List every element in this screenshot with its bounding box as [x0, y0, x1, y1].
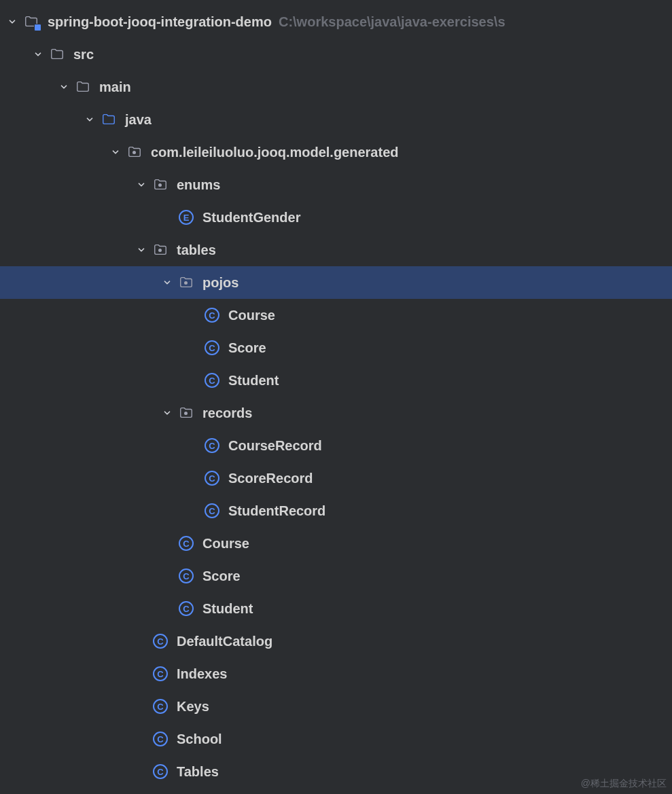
package-generated[interactable]: com.leileiluoluo.jooq.model.generated [0, 136, 672, 168]
folder-icon [49, 46, 65, 62]
class-defaultcatalog[interactable]: CDefaultCatalog [0, 625, 672, 657]
tree-item-label: enums [177, 177, 220, 193]
project-tree: spring-boot-jooq-integration-demoC:\work… [0, 0, 672, 788]
class-school[interactable]: CSchool [0, 723, 672, 755]
tree-item-label: CourseRecord [228, 438, 322, 454]
folder-src[interactable]: src [0, 38, 672, 71]
folder-main[interactable]: main [0, 71, 672, 103]
project-root[interactable]: spring-boot-jooq-integration-demoC:\work… [0, 5, 672, 38]
class-pojo-student[interactable]: CStudent [0, 364, 672, 397]
package-icon [152, 177, 169, 193]
class-icon: C [178, 535, 194, 552]
class-keys[interactable]: CKeys [0, 690, 672, 723]
package-pojos[interactable]: pojos [0, 266, 672, 299]
tree-item-label: java [125, 112, 152, 128]
tree-item-label: School [177, 732, 222, 747]
package-icon [178, 405, 194, 421]
chevron-down-icon[interactable] [160, 276, 174, 289]
module-icon [23, 14, 39, 30]
tree-item-label: Course [228, 308, 275, 323]
enum-icon: E [178, 209, 194, 225]
package-icon [152, 242, 169, 258]
tree-item-label: Indexes [177, 666, 227, 682]
chevron-down-icon[interactable] [5, 15, 19, 29]
class-courserecord[interactable]: CCourseRecord [0, 429, 672, 462]
class-indexes[interactable]: CIndexes [0, 657, 672, 690]
chevron-down-icon[interactable] [83, 113, 96, 126]
class-table-student[interactable]: CStudent [0, 592, 672, 625]
class-table-score[interactable]: CScore [0, 560, 672, 592]
class-studentrecord[interactable]: CStudentRecord [0, 494, 672, 527]
tree-item-label: StudentGender [202, 210, 300, 225]
tree-item-label: Student [228, 373, 279, 389]
class-icon: C [204, 340, 220, 356]
tree-item-label: Tables [177, 764, 219, 780]
class-icon: C [178, 568, 194, 584]
chevron-down-icon[interactable] [135, 178, 148, 192]
source-folder-icon [101, 111, 117, 128]
tree-item-label: spring-boot-jooq-integration-demo [48, 14, 272, 30]
tree-item-label: StudentRecord [228, 503, 325, 519]
watermark-text: @稀土掘金技术社区 [581, 778, 667, 790]
tree-item-label: src [73, 47, 94, 62]
package-icon [178, 274, 194, 291]
tree-item-label: com.leileiluoluo.jooq.model.generated [151, 145, 399, 160]
tree-item-label: tables [177, 242, 216, 258]
class-icon: C [152, 698, 169, 715]
tree-item-label: DefaultCatalog [177, 634, 272, 649]
chevron-down-icon[interactable] [109, 145, 122, 159]
class-icon: C [152, 731, 169, 747]
chevron-down-icon[interactable] [31, 48, 45, 61]
tree-item-label: Score [228, 340, 266, 356]
tree-item-label: pojos [202, 275, 238, 291]
chevron-down-icon[interactable] [135, 243, 148, 257]
folder-icon [75, 79, 91, 95]
class-icon: C [204, 372, 220, 389]
class-icon: C [204, 307, 220, 323]
class-icon: C [152, 763, 169, 780]
package-tables[interactable]: tables [0, 234, 672, 266]
folder-java[interactable]: java [0, 103, 672, 136]
chevron-down-icon[interactable] [57, 80, 71, 94]
package-records[interactable]: records [0, 397, 672, 429]
class-icon: C [204, 437, 220, 454]
tree-item-label: Course [202, 536, 249, 552]
class-icon: C [204, 470, 220, 486]
tree-item-label: Keys [177, 699, 209, 715]
class-icon: C [152, 666, 169, 682]
class-icon: C [152, 633, 169, 649]
tree-item-label: Score [202, 569, 241, 584]
class-pojo-course[interactable]: CCourse [0, 299, 672, 331]
package-icon [126, 144, 143, 160]
tree-item-label: main [99, 79, 131, 95]
package-enums[interactable]: enums [0, 168, 672, 201]
chevron-down-icon[interactable] [160, 406, 174, 420]
class-pojo-score[interactable]: CScore [0, 331, 672, 364]
tree-item-label: ScoreRecord [228, 471, 313, 486]
class-tables[interactable]: CTables [0, 755, 672, 788]
class-scorerecord[interactable]: CScoreRecord [0, 462, 672, 494]
tree-item-label: Student [202, 601, 253, 617]
class-table-course[interactable]: CCourse [0, 527, 672, 560]
tree-item-path: C:\workspace\java\java-exercises\s [279, 14, 506, 30]
tree-item-label: records [202, 405, 252, 421]
enum-studentgender[interactable]: EStudentGender [0, 201, 672, 234]
class-icon: C [204, 503, 220, 519]
class-icon: C [178, 600, 194, 617]
